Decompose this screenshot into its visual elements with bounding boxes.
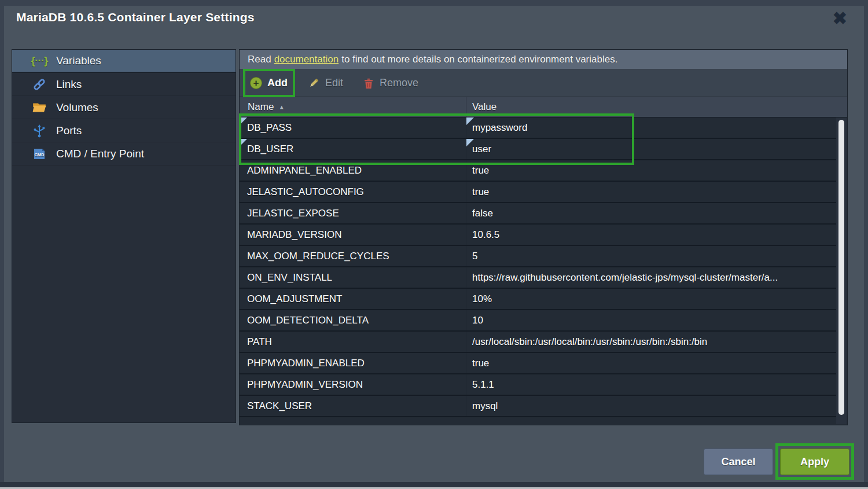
variable-name-cell: STACK_USER [240, 396, 466, 416]
svg-text:CMD: CMD [34, 152, 45, 157]
edit-button[interactable]: Edit [301, 69, 349, 97]
table-row[interactable]: MAX_OOM_REDUCE_CYCLES 5 [240, 246, 837, 267]
dialog-frame-top [0, 0, 868, 6]
sidebar-item-label: Links [56, 78, 82, 91]
variable-value-cell: https://raw.githubusercontent.com/jelast… [466, 267, 837, 288]
variable-name-cell: JELASTIC_AUTOCONFIG [240, 182, 466, 202]
cancel-button-label: Cancel [721, 456, 755, 468]
variable-value-cell: 5.1.1 [466, 374, 837, 395]
table-row[interactable]: PHPMYADMIN_VERSION 5.1.1 [240, 374, 837, 396]
variable-value-cell: user [466, 139, 837, 159]
table-header: Name ▲ Value [240, 97, 847, 117]
variable-name-cell: OOM_DETECTION_DELTA [240, 310, 466, 330]
variable-value-cell: true [466, 182, 837, 202]
variable-name-cell: OOM_ADJUSTMENT [240, 289, 466, 309]
table-row[interactable]: PHPMYADMIN_ENABLED true [240, 353, 837, 374]
variable-name-cell: DB_PASS [240, 117, 466, 138]
modified-cell-marker [240, 117, 247, 125]
sort-asc-icon: ▲ [278, 104, 285, 111]
chain-link-icon [31, 77, 48, 92]
sidebar-item-volumes[interactable]: Volumes [12, 96, 236, 119]
table-row[interactable]: JELASTIC_AUTOCONFIG true [240, 182, 837, 203]
braces-icon: {···} [31, 54, 48, 67]
remove-button-label: Remove [380, 77, 418, 89]
table-row[interactable]: ADMINPANEL_ENABLED true [240, 160, 837, 182]
variable-value-cell: false [466, 203, 837, 223]
variable-value-cell: 5 [466, 246, 837, 266]
sidebar-item-cmd-entry-point[interactable]: CMD CMD / Entry Point [12, 142, 236, 166]
table-row[interactable]: OOM_DETECTION_DELTA 10 [240, 310, 837, 332]
scrollbar-thumb[interactable] [838, 120, 844, 415]
apply-button[interactable]: Apply [780, 448, 849, 475]
table-row[interactable]: MARIADB_VERSION 10.6.5 [240, 225, 837, 246]
scrollbar-track[interactable] [836, 117, 847, 424]
variables-panel: Read documentation to find out more deta… [239, 49, 848, 425]
modified-cell-marker [466, 139, 474, 146]
toolbar: + Add Edit [240, 69, 847, 97]
variable-value-cell: true [466, 353, 837, 373]
variable-value-cell: 10% [466, 289, 837, 309]
dialog-title: MariaDB 10.6.5 Container Layer Settings [16, 10, 255, 24]
variable-name-cell: JELASTIC_EXPOSE [240, 203, 466, 223]
column-header-name[interactable]: Name ▲ [240, 97, 466, 117]
table-row[interactable]: JELASTIC_EXPOSE false [240, 203, 837, 225]
column-header-value[interactable]: Value [466, 101, 847, 113]
apply-button-label: Apply [800, 456, 829, 468]
edit-button-label: Edit [325, 77, 343, 89]
variable-name-cell: MARIADB_VERSION [240, 225, 466, 245]
titlebar: MariaDB 10.6.5 Container Layer Settings … [16, 10, 852, 31]
remove-button[interactable]: Remove [357, 69, 424, 97]
info-bar: Read documentation to find out more deta… [240, 50, 847, 69]
variable-name-cell: PATH [240, 332, 466, 352]
variable-value-cell: /usr/local/sbin:/usr/local/bin:/usr/sbin… [466, 332, 837, 352]
add-button-label: Add [267, 77, 288, 89]
table-row[interactable]: ON_ENV_INSTALL https://raw.githubusercon… [240, 267, 837, 289]
variable-name-cell: ON_ENV_INSTALL [240, 267, 466, 288]
sidebar-item-label: Variables [56, 54, 101, 67]
modified-cell-marker [466, 117, 474, 125]
cmd-file-icon: CMD [31, 146, 48, 161]
sidebar-item-links[interactable]: Links [12, 73, 236, 96]
dialog-frame-left [0, 0, 4, 489]
sidebar-item-label: Ports [56, 124, 82, 137]
cancel-button[interactable]: Cancel [704, 448, 773, 475]
sidebar-item-variables[interactable]: {···} Variables [12, 50, 236, 73]
dialog-frame-right [864, 0, 868, 489]
variable-value-cell: 10.6.5 [466, 225, 837, 245]
usb-icon [31, 124, 48, 138]
modified-cell-marker [240, 139, 247, 146]
documentation-link[interactable]: documentation [274, 54, 339, 65]
table-body: DB_PASS mypassword DB_USER user ADMINPAN… [240, 117, 837, 426]
table-row[interactable]: DB_USER user [240, 139, 837, 160]
sidebar-item-label: Volumes [56, 101, 98, 114]
table-row[interactable]: STACK_USER mysql [240, 396, 837, 417]
variable-name-cell: PHPMYADMIN_VERSION [240, 374, 466, 395]
plus-circle-icon: + [250, 77, 262, 89]
variable-value-cell: mysql [466, 396, 837, 416]
variable-name-cell: DB_USER [240, 139, 466, 159]
variable-value-cell: 10 [466, 310, 837, 330]
sidebar-item-ports[interactable]: Ports [12, 119, 236, 142]
table-row[interactable]: OOM_ADJUSTMENT 10% [240, 289, 837, 310]
table-row[interactable]: PATH /usr/local/sbin:/usr/local/bin:/usr… [240, 332, 837, 353]
variable-name-cell: ADMINPANEL_ENABLED [240, 160, 466, 181]
add-button[interactable]: + Add [244, 69, 293, 97]
table-row[interactable]: DB_PASS mypassword [240, 117, 837, 139]
variable-name-cell: MAX_OOM_REDUCE_CYCLES [240, 246, 466, 266]
close-icon[interactable]: ✖ [833, 8, 847, 29]
pencil-icon [307, 77, 320, 90]
variable-name-cell: PHPMYADMIN_ENABLED [240, 353, 466, 373]
info-text-suffix: to find out more details on containerize… [341, 54, 617, 65]
sidebar-item-label: CMD / Entry Point [56, 148, 144, 160]
folder-icon [31, 100, 48, 115]
variable-value-cell: true [466, 160, 837, 181]
sidebar: {···} Variables Links Volumes [12, 49, 236, 423]
info-text-prefix: Read [248, 54, 271, 65]
variable-value-cell: mypassword [466, 117, 837, 138]
trash-icon [363, 77, 374, 90]
